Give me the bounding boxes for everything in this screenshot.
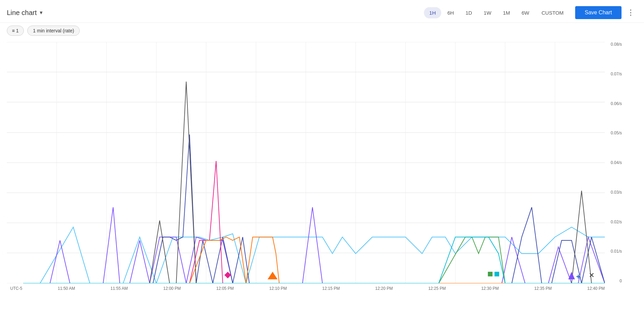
series-teal-line xyxy=(24,237,605,283)
x-label-1230: 12:30 PM xyxy=(481,286,499,291)
marker-square-teal xyxy=(494,272,499,277)
y-label-2: 0.02/s xyxy=(607,220,622,224)
series-orange-line xyxy=(24,237,605,283)
x-label-1235: 12:35 PM xyxy=(534,286,552,291)
marker-triangle-purple xyxy=(568,272,575,279)
x-label-utc: UTC-5 xyxy=(10,286,22,291)
y-label-4: 0.04/s xyxy=(607,160,622,165)
y-axis: 0 0.01/s 0.02/s 0.03/s 0.04/s 0.05/s 0.0… xyxy=(605,42,624,283)
x-label-1200: 12:00 PM xyxy=(163,286,181,291)
marker-triangle-orange xyxy=(267,272,277,279)
x-label-1150: 11:50 AM xyxy=(58,286,75,291)
series-green-line xyxy=(24,237,605,283)
chart-container: 0 0.01/s 0.02/s 0.03/s 0.04/s 0.05/s 0.0… xyxy=(0,39,644,307)
chart-type-dropdown-icon: ▼ xyxy=(39,10,44,15)
y-label-7: 0.07/s xyxy=(607,72,622,76)
time-btn-custom[interactable]: CUSTOM xyxy=(535,7,570,18)
time-btn-6w[interactable]: 6W xyxy=(516,7,535,18)
sub-header: ≡ 1 1 min interval (rate) xyxy=(0,23,644,39)
chart-type-label: Line chart xyxy=(7,9,37,17)
time-btn-6h[interactable]: 6H xyxy=(442,7,459,18)
x-label-1210: 12:10 PM xyxy=(269,286,287,291)
y-label-0: 0 xyxy=(607,279,622,283)
series-purple-line xyxy=(24,207,605,283)
interval-button[interactable]: 1 min interval (rate) xyxy=(27,26,80,36)
time-btn-1w[interactable]: 1W xyxy=(478,7,497,18)
x-label-1240: 12:40 PM xyxy=(587,286,604,291)
y-label-8: 0.08/s xyxy=(607,42,622,47)
y-label-3: 0.03/s xyxy=(607,190,622,195)
header: Line chart ▼ 1H 6H 1D 1W 1M 6W CUSTOM Sa… xyxy=(0,0,644,23)
time-range-buttons: 1H 6H 1D 1W 1M 6W CUSTOM xyxy=(424,7,570,18)
save-chart-button[interactable]: Save Chart xyxy=(575,6,622,19)
x-label-1155: 11:55 AM xyxy=(110,286,128,291)
time-btn-1d[interactable]: 1D xyxy=(460,7,477,18)
filter-button[interactable]: ≡ 1 xyxy=(7,26,24,36)
time-btn-1m[interactable]: 1M xyxy=(497,7,516,18)
chart-type-selector[interactable]: Line chart ▼ xyxy=(7,9,44,17)
marker-plus-blue: + xyxy=(576,273,581,281)
x-label-1205: 12:05 PM xyxy=(216,286,234,291)
x-label-1215: 12:15 PM xyxy=(322,286,340,291)
x-label-1220: 12:20 PM xyxy=(375,286,393,291)
marker-x-gray: ✕ xyxy=(589,271,594,279)
y-label-1: 0.01/s xyxy=(607,249,622,254)
x-label-1225: 12:25 PM xyxy=(428,286,446,291)
more-options-button[interactable]: ⋮ xyxy=(624,7,637,18)
time-btn-1h[interactable]: 1H xyxy=(424,7,441,18)
x-axis: UTC-5 11:50 AM 11:55 AM 12:00 PM 12:05 P… xyxy=(7,283,605,294)
y-label-6: 0.06/s xyxy=(607,101,622,106)
chart-svg: + ✕ xyxy=(7,42,605,283)
y-label-5: 0.05/s xyxy=(607,131,622,135)
marker-square-green xyxy=(488,272,493,277)
series-indigo-line xyxy=(24,135,605,283)
chart-area: 0 0.01/s 0.02/s 0.03/s 0.04/s 0.05/s 0.0… xyxy=(7,42,624,294)
